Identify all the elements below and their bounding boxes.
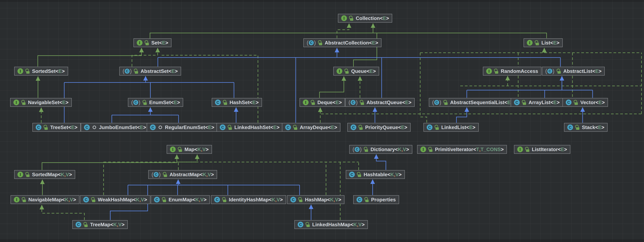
node-randomAccess[interactable]: IRandomAccess (483, 67, 542, 76)
class-name: AbstractMap (170, 172, 200, 178)
node-hashtable[interactable]: CHashtable<K, V> (346, 170, 405, 179)
node-abstractCollection[interactable]: (C)AbstractCollection<E> (304, 38, 382, 47)
node-enumMap[interactable]: CEnumMap<K, V> (151, 195, 210, 204)
node-vector[interactable]: CVector<E> (562, 98, 608, 107)
node-identityHashMap[interactable]: CIdentityHashMap<K, V> (211, 195, 286, 204)
abstract-class-icon: (C) (122, 68, 132, 74)
public-lock-icon (293, 125, 298, 130)
node-hashMap[interactable]: CHashMap<K, V> (287, 195, 344, 204)
node-abstractMap[interactable]: (C)AbstractMap<K, V> (148, 170, 217, 179)
node-label: ArrayList<E> (528, 100, 560, 106)
node-label: Queue<E> (351, 68, 376, 74)
close-angle-bracket: > (175, 68, 178, 74)
node-treeMap[interactable]: CTreeMap<K, V> (72, 220, 128, 229)
node-label: Set<E> (151, 40, 168, 46)
type-param: E (58, 68, 62, 74)
class-name: IdentityHashMap (229, 197, 269, 203)
public-lock-icon (25, 68, 30, 74)
class-name: Stack (582, 124, 595, 130)
node-abstractQueue[interactable]: (C)AbstractQueue<E> (345, 98, 415, 107)
node-priorityQueue[interactable]: CPriorityQueue<E> (347, 123, 410, 132)
class-name: PrimitiveIterator (435, 146, 473, 152)
node-regularEnumSet[interactable]: CRegularEnumSet<E> (147, 123, 218, 132)
public-lock-icon (134, 68, 138, 74)
close-angle-bracket: > (276, 124, 280, 130)
node-listIterator[interactable]: IListIterator<E> (514, 145, 570, 154)
type-param: K (136, 197, 140, 203)
node-abstractSequentialList[interactable]: (C)AbstractSequentialList<E> (429, 98, 517, 107)
node-arrayList[interactable]: CArrayList<E> (511, 98, 563, 107)
node-enumSet[interactable]: (C)EnumSet<E> (128, 98, 183, 107)
type-param-comma: , (140, 197, 141, 203)
node-jumboEnumSet[interactable]: CJumboEnumSet<E> (81, 123, 150, 132)
node-navigableSet[interactable]: INavigableSet<E> (10, 98, 72, 107)
node-sortedMap[interactable]: ISortedMap<K, V> (14, 170, 75, 179)
node-linkedHashMap[interactable]: CLinkedHashMap<K, V> (294, 220, 368, 229)
node-dictionary[interactable]: (C)Dictionary<K, V> (349, 145, 412, 154)
node-map[interactable]: IMap<K, V> (167, 145, 212, 154)
type-param-comma: , (199, 197, 200, 203)
type-param-comma: , (275, 197, 276, 203)
class-icon: C (83, 197, 89, 202)
node-set[interactable]: ISet<E> (134, 38, 172, 47)
diagram-canvas[interactable]: ICollection<E>ISet<E>(C)AbstractCollecti… (0, 0, 644, 242)
class-name: Collection (356, 15, 380, 21)
node-label: EnumSet<E> (149, 100, 180, 106)
type-param: T_CONS (480, 146, 501, 152)
node-label: AbstractCollection<E> (325, 40, 378, 46)
abstract-class-icon: (C) (545, 68, 554, 74)
class-name: List (542, 40, 550, 46)
type-param: E (140, 124, 143, 130)
node-label: LinkedHashMap<K, V> (312, 222, 364, 228)
node-weakHashMap[interactable]: CWeakHashMap<K, V> (80, 195, 150, 204)
node-deque[interactable]: IDeque<E> (300, 98, 345, 107)
close-angle-bracket: > (472, 124, 476, 130)
node-stack[interactable]: CStack<E> (564, 123, 608, 132)
open-angle-bracket: < (466, 124, 469, 130)
open-angle-bracket: < (56, 68, 58, 74)
type-param: E (469, 124, 472, 130)
public-lock-icon (575, 125, 580, 130)
public-lock-icon (525, 147, 530, 152)
open-angle-bracket: < (504, 100, 507, 106)
class-icon-circle: C (125, 69, 130, 74)
class-icon: C (356, 197, 362, 202)
node-collection[interactable]: ICollection<E> (338, 14, 392, 23)
node-hashSet[interactable]: CHashSet<E> (212, 98, 262, 107)
node-primitiveIterator[interactable]: IPrimitiveIterator<T, T_CONS> (417, 145, 507, 154)
node-label: RegularEnumSet<E> (165, 124, 214, 130)
node-label: TreeSet<E> (50, 124, 78, 130)
open-angle-bracket: < (205, 124, 208, 130)
class-icon-circle: C (350, 100, 356, 105)
node-queue[interactable]: IQueue<E> (333, 67, 379, 76)
public-lock-icon (163, 172, 168, 177)
open-angle-bracket: < (402, 100, 405, 106)
open-angle-bracket: < (596, 100, 598, 106)
close-angle-bracket: > (362, 222, 364, 228)
open-angle-bracket: < (350, 222, 353, 228)
class-icon: C (350, 124, 356, 130)
node-linkedHashSet[interactable]: CLinkedHashSet<E> (216, 123, 283, 132)
interface-icon: I (18, 68, 23, 74)
node-label: JumboEnumSet<E> (99, 124, 146, 130)
public-lock-icon (84, 222, 88, 227)
class-name: WeakHashMap (98, 197, 133, 203)
type-param-comma: , (68, 197, 70, 203)
node-arrayDeque[interactable]: CArrayDeque<E> (282, 123, 340, 132)
node-sortedSet[interactable]: ISortedSet<E> (14, 67, 68, 76)
open-angle-bracket: < (332, 100, 336, 106)
node-label: Hashtable<K, V> (364, 172, 402, 178)
node-list[interactable]: IList<E> (524, 38, 563, 47)
node-properties[interactable]: CProperties (353, 195, 399, 204)
close-angle-bracket: > (211, 172, 214, 178)
node-linkedList[interactable]: CLinkedList<E> (424, 123, 479, 132)
close-angle-bracket: > (211, 124, 214, 130)
class-name: AbstractSet (140, 68, 168, 74)
node-navigableMap[interactable]: INavigableMap<K, V> (10, 195, 80, 204)
public-lock-icon (360, 100, 364, 105)
node-abstractSet[interactable]: (C)AbstractSet<E> (119, 67, 181, 76)
node-abstractList[interactable]: (C)AbstractList<E> (542, 67, 605, 76)
type-param: E (162, 40, 165, 46)
node-treeSet[interactable]: CTreeSet<E> (32, 123, 81, 132)
class-icon: C (36, 124, 42, 130)
